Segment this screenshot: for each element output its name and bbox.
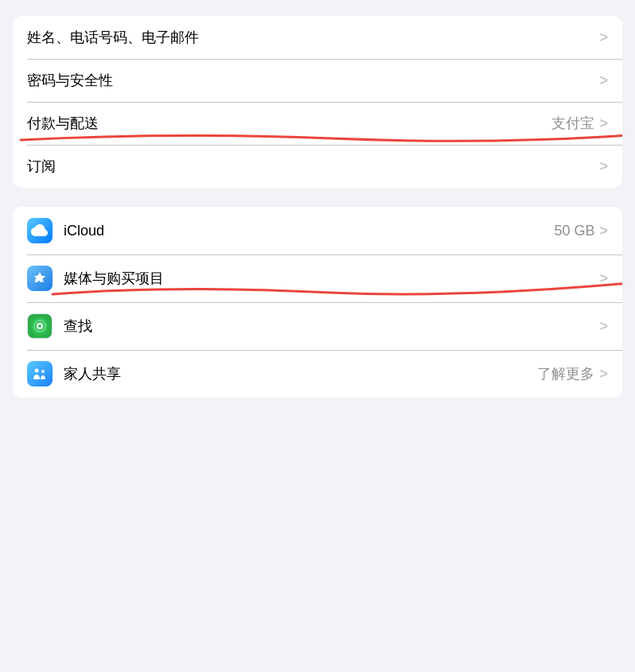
- find-my-row[interactable]: 查找 >: [13, 302, 622, 350]
- chevron-icon: >: [599, 115, 608, 132]
- appstore-icon: A: [27, 266, 53, 291]
- svg-text:A: A: [34, 273, 42, 285]
- media-purchases-label: 媒体与购买项目: [64, 269, 594, 288]
- icloud-label: iCloud: [64, 223, 554, 239]
- payment-delivery-row[interactable]: 付款与配送 支付宝 >: [13, 102, 622, 145]
- password-security-row[interactable]: 密码与安全性 >: [13, 59, 622, 102]
- name-phone-email-row[interactable]: 姓名、电话号码、电子邮件 >: [13, 16, 622, 59]
- find-my-label: 查找: [64, 317, 594, 336]
- account-settings-group: 姓名、电话号码、电子邮件 > 密码与安全性 > 付款与配送 支付宝 > 订阅 >: [13, 16, 622, 188]
- family-sharing-value: 了解更多: [537, 364, 594, 383]
- account-group: 姓名、电话号码、电子邮件 > 密码与安全性 > 付款与配送 支付宝 > 订阅 >: [13, 16, 622, 188]
- svg-point-6: [41, 370, 45, 373]
- subscriptions-row[interactable]: 订阅 >: [13, 145, 622, 188]
- services-settings-group: iCloud 50 GB > A 媒体与购买项目 >: [13, 207, 622, 398]
- family-sharing-icon: [27, 361, 53, 386]
- chevron-icon: >: [599, 366, 608, 383]
- chevron-icon: >: [599, 158, 608, 175]
- media-purchases-row[interactable]: A 媒体与购买项目 >: [13, 254, 622, 302]
- icloud-storage-value: 50 GB: [554, 223, 594, 239]
- family-sharing-row[interactable]: 家人共享 了解更多 >: [13, 350, 622, 398]
- subscriptions-label: 订阅: [27, 157, 594, 176]
- svg-point-3: [38, 324, 41, 328]
- chevron-icon: >: [599, 29, 608, 46]
- chevron-icon: >: [599, 72, 608, 89]
- name-phone-email-label: 姓名、电话号码、电子邮件: [27, 28, 594, 47]
- payment-delivery-label: 付款与配送: [27, 114, 551, 133]
- services-group: iCloud 50 GB > A 媒体与购买项目 >: [13, 207, 622, 398]
- findmy-icon: [27, 313, 53, 339]
- icloud-row[interactable]: iCloud 50 GB >: [13, 207, 622, 254]
- chevron-icon: >: [599, 223, 608, 239]
- password-security-label: 密码与安全性: [27, 71, 594, 90]
- family-sharing-label: 家人共享: [64, 364, 537, 383]
- payment-delivery-value: 支付宝: [551, 114, 594, 133]
- chevron-icon: >: [599, 270, 608, 287]
- icloud-icon: [27, 218, 53, 243]
- chevron-icon: >: [599, 318, 608, 335]
- svg-point-5: [35, 369, 39, 373]
